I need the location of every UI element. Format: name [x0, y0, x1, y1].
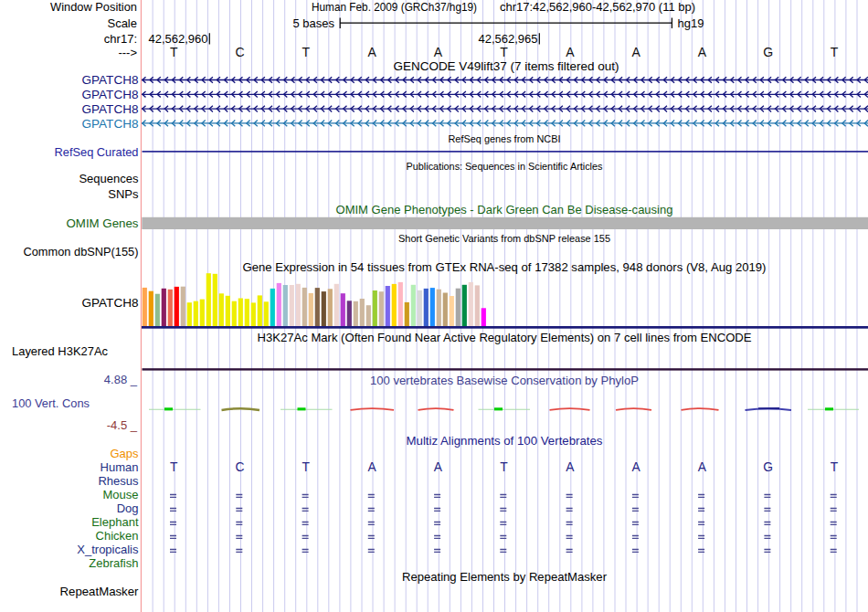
svg-text:C: C	[236, 460, 245, 474]
svg-text:Mouse: Mouse	[102, 488, 138, 501]
svg-text:OMIM Genes: OMIM Genes	[67, 216, 140, 230]
svg-text:Zebrafish: Zebrafish	[89, 556, 138, 570]
svg-text:-4.5 _: -4.5 _	[107, 418, 138, 432]
svg-text:G: G	[763, 45, 773, 59]
svg-text:X_tropicalis: X_tropicalis	[77, 543, 139, 556]
svg-text:H3K27Ac Mark (Often Found Near: H3K27Ac Mark (Often Found Near Active Re…	[258, 331, 752, 344]
svg-text:Publications: Sequences in Sci: Publications: Sequences in Scientific Ar…	[407, 161, 603, 172]
svg-text:42,562,965: 42,562,965	[479, 32, 538, 46]
svg-text:G: G	[763, 460, 773, 474]
svg-text:GPATCH8: GPATCH8	[82, 117, 139, 131]
svg-text:100 vertebrates Basewise Conse: 100 vertebrates Basewise Conservation by…	[370, 374, 639, 387]
svg-text:T: T	[500, 45, 508, 59]
svg-text:C: C	[236, 45, 245, 59]
svg-text:Sequences: Sequences	[79, 172, 139, 185]
svg-text:Elephant: Elephant	[91, 515, 139, 529]
svg-text:Human Feb. 2009 (GRCh37/hg19): Human Feb. 2009 (GRCh37/hg19)	[312, 0, 477, 14]
svg-text:A: A	[566, 460, 575, 474]
svg-text:RefSeq Curated: RefSeq Curated	[55, 145, 139, 159]
svg-text:A: A	[434, 45, 443, 59]
svg-text:hg19: hg19	[678, 16, 704, 30]
svg-text:5 bases: 5 bases	[292, 16, 334, 30]
svg-text:A: A	[632, 45, 641, 59]
svg-text:SNPs: SNPs	[108, 187, 139, 201]
svg-text:GPATCH8: GPATCH8	[82, 102, 139, 116]
svg-text:A: A	[434, 460, 443, 474]
svg-text:GPATCH8: GPATCH8	[82, 73, 139, 87]
svg-text:A: A	[566, 45, 575, 59]
svg-text:GPATCH8: GPATCH8	[82, 296, 139, 310]
svg-text:42,562,960: 42,562,960	[149, 32, 208, 46]
svg-text:RepeatMasker: RepeatMasker	[60, 585, 140, 598]
svg-text:A: A	[367, 45, 376, 59]
svg-text:GENCODE V49lift37 (7 items fil: GENCODE V49lift37 (7 items filtered out)	[394, 59, 619, 73]
svg-text:T: T	[170, 45, 178, 59]
svg-text:RefSeq genes from NCBI: RefSeq genes from NCBI	[449, 133, 561, 144]
svg-text:100 Vert. Cons: 100 Vert. Cons	[12, 396, 90, 410]
svg-text:A: A	[698, 460, 707, 474]
svg-text:T: T	[831, 460, 839, 474]
svg-text:T: T	[302, 460, 311, 474]
svg-text:Human: Human	[101, 460, 139, 474]
svg-text:Repeating Elements by RepeatMa: Repeating Elements by RepeatMasker	[402, 570, 608, 584]
svg-text:T: T	[170, 460, 178, 474]
svg-text:chr17:42,562,960-42,562,970 (1: chr17:42,562,960-42,562,970 (11 bp)	[500, 0, 695, 14]
svg-text:Layered H3K27Ac: Layered H3K27Ac	[12, 344, 108, 358]
svg-text:A: A	[631, 460, 640, 474]
svg-text:Chicken: Chicken	[96, 529, 139, 543]
svg-text:Gene Expression in 54 tissues: Gene Expression in 54 tissues from GTEx …	[243, 260, 767, 274]
svg-text:Rhesus: Rhesus	[98, 474, 139, 488]
svg-text:Window Position: Window Position	[50, 0, 137, 14]
svg-text:T: T	[831, 45, 839, 59]
svg-text:Scale: Scale	[107, 16, 137, 30]
svg-text:Dog: Dog	[117, 501, 139, 515]
svg-text:A: A	[698, 45, 707, 59]
svg-text:Gaps: Gaps	[110, 447, 139, 460]
svg-text:chr17:: chr17:	[104, 32, 137, 46]
svg-text:GPATCH8: GPATCH8	[82, 88, 139, 101]
svg-text:T: T	[500, 460, 508, 474]
svg-text:--->: --->	[118, 46, 137, 59]
svg-text:Multiz Alignments of 100 Verte: Multiz Alignments of 100 Vertebrates	[407, 434, 603, 448]
svg-text:OMIM Gene Phenotypes - Dark Gr: OMIM Gene Phenotypes - Dark Green Can Be…	[336, 203, 673, 216]
svg-text:A: A	[367, 460, 376, 474]
svg-text:4.88 _: 4.88 _	[104, 373, 138, 386]
svg-text:T: T	[302, 45, 311, 59]
svg-text:Short Genetic Variants from db: Short Genetic Variants from dbSNP releas…	[398, 233, 610, 244]
svg-text:Common dbSNP(155): Common dbSNP(155)	[24, 245, 139, 259]
